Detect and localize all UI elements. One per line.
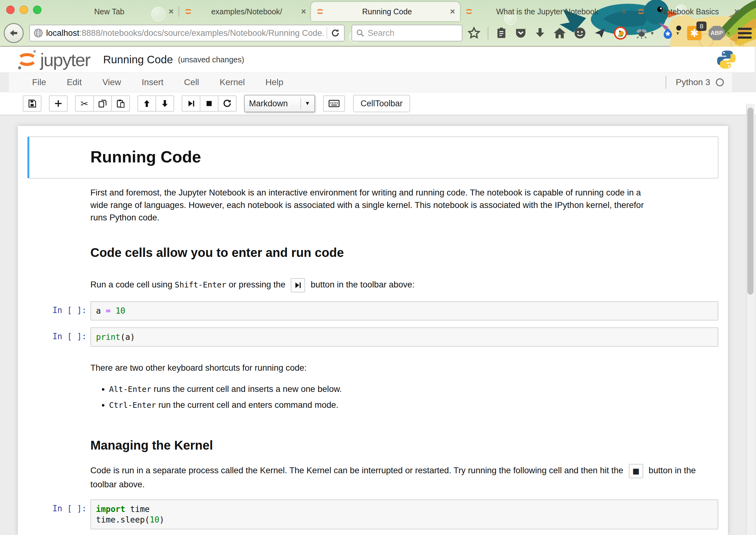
feedback-smiley-icon[interactable]: [573, 26, 586, 40]
move-cell-up-button[interactable]: [137, 96, 156, 112]
tab-new-tab[interactable]: New Tab ×: [49, 2, 178, 21]
menu-help[interactable]: Help: [255, 77, 294, 87]
menu-insert[interactable]: Insert: [131, 77, 174, 87]
menu-kernel[interactable]: Kernel: [209, 77, 255, 87]
send-page-icon[interactable]: [594, 26, 606, 40]
keyboard-icon: [329, 99, 340, 108]
kbd-ctrl-enter: Ctrl-Enter: [109, 401, 156, 410]
tab-title: Notebook Basics: [649, 7, 730, 16]
bookmark-star-icon[interactable]: [468, 26, 480, 40]
chevron-down-icon[interactable]: ▼: [650, 31, 654, 36]
tab-close-icon[interactable]: ×: [450, 7, 455, 16]
kernel-idle-icon: [715, 78, 724, 87]
code-input-print-a[interactable]: print(a): [90, 327, 718, 347]
code-input-import-time[interactable]: import time time.sleep(10): [90, 499, 718, 529]
page-scrollbar-thumb[interactable]: [747, 108, 753, 295]
tab-title: New Tab: [54, 7, 164, 16]
cell-toolbar-button[interactable]: CellToolbar: [353, 95, 410, 112]
stop-icon: [205, 99, 213, 108]
interrupt-kernel-button[interactable]: [200, 96, 218, 112]
tab-what-is-jupyter[interactable]: What is the Jupyter Notebook ×: [460, 2, 631, 21]
chevron-down-icon[interactable]: ▼: [675, 31, 680, 36]
prompt-spacer: [27, 245, 90, 260]
tab-strip: New Tab × examples/Notebook/ × Running C…: [49, 2, 756, 21]
save-button[interactable]: [23, 96, 41, 112]
menu-cell[interactable]: Cell: [174, 77, 209, 87]
tab-close-icon[interactable]: ×: [169, 7, 174, 16]
extension-blue-icon[interactable]: ▼: [662, 26, 680, 40]
tab-close-icon[interactable]: ×: [301, 7, 306, 16]
cell-type-dropdown[interactable]: Markdown ▼: [244, 95, 315, 112]
scissors-icon: ✂: [80, 98, 88, 109]
markdown-cell[interactable]: Code cells allow you to enter and run co…: [27, 245, 718, 260]
bookmarks-menu-icon[interactable]: [496, 26, 507, 40]
downloads-icon[interactable]: [534, 26, 546, 40]
tab-title: examples/Notebook/: [197, 7, 297, 16]
jupyter-wordmark: jupyter: [40, 49, 90, 70]
new-tab-button[interactable]: +: [753, 5, 756, 18]
kernel-indicator-area: Python 3: [666, 76, 732, 89]
adblock-plus-icon[interactable]: ABP ▼: [709, 26, 731, 40]
url-host: localhost: [46, 28, 79, 38]
section-heading-kernel: Managing the Kernel: [90, 438, 716, 453]
code-input-a-equals-10[interactable]: a = 10: [90, 301, 718, 321]
markdown-cell[interactable]: There are two other keyboard shortcuts f…: [27, 362, 718, 414]
command-palette-button[interactable]: [323, 96, 345, 112]
markdown-cell[interactable]: First and foremost, the Jupyter Notebook…: [27, 186, 648, 224]
run-cell-button[interactable]: [182, 96, 201, 112]
move-cell-down-button[interactable]: [155, 96, 174, 112]
restart-icon: [223, 99, 231, 108]
markdown-cell[interactable]: Run a code cell using Shift-Enter or pre…: [27, 278, 718, 293]
tab-notebook-basics[interactable]: Notebook Basics ×: [632, 2, 744, 21]
markdown-cell[interactable]: Code is run in a separate process called…: [27, 453, 718, 491]
search-input[interactable]: [368, 28, 446, 38]
reload-icon[interactable]: [330, 28, 340, 38]
autosave-status: (unsaved changes): [178, 55, 244, 64]
chevron-down-icon[interactable]: ▼: [726, 31, 731, 36]
jupyter-favicon-icon: [184, 8, 192, 15]
restart-kernel-button[interactable]: [218, 96, 236, 112]
extension-orange-icon[interactable]: ✱ 8: [687, 26, 701, 40]
jupyter-logo-icon: [17, 49, 37, 70]
cut-cell-button[interactable]: ✂: [75, 96, 94, 112]
extension-fly-icon[interactable]: ▼: [635, 27, 654, 39]
paste-icon: [116, 99, 125, 108]
input-prompt: In [ ]:: [27, 327, 90, 347]
selected-markdown-cell[interactable]: Running Code: [27, 137, 718, 178]
tab-close-icon[interactable]: ×: [734, 7, 739, 16]
markdown-cell[interactable]: Managing the Kernel: [27, 438, 718, 453]
kbd-alt-enter: Alt-Enter: [109, 385, 151, 394]
paste-cell-button[interactable]: [111, 96, 130, 112]
menu-view[interactable]: View: [92, 77, 131, 87]
jupyter-logo[interactable]: jupyter: [17, 49, 90, 70]
back-button[interactable]: [4, 23, 24, 43]
code-cell: In [ ]: import time time.sleep(10): [27, 499, 718, 529]
python-logo-icon: [716, 49, 737, 70]
minimize-window-button[interactable]: [20, 6, 28, 14]
url-bar[interactable]: localhost :8888/notebooks/docs/source/ex…: [29, 25, 345, 42]
pocket-icon[interactable]: [515, 27, 527, 39]
section-heading-code-cells: Code cells allow you to enter and run co…: [90, 245, 716, 260]
stop-icon: ■: [632, 465, 639, 477]
close-window-button[interactable]: [6, 6, 14, 14]
notebook-menubar: File Edit View Insert Cell Kernel Help P…: [9, 72, 732, 92]
menu-file[interactable]: File: [22, 77, 56, 87]
markdown-cell[interactable]: If the Kernel dies you will be prompted …: [27, 529, 718, 535]
home-icon[interactable]: [553, 26, 566, 40]
notification-badge: 8: [696, 21, 707, 31]
prompt-spacer: [27, 186, 90, 224]
code-cell: In [ ]: print(a): [27, 327, 718, 347]
copy-cell-button[interactable]: [93, 96, 112, 112]
kernel-name: Python 3: [676, 77, 710, 87]
search-bar[interactable]: [352, 25, 462, 42]
duckduckgo-icon[interactable]: [613, 26, 628, 40]
tab-running-code-active[interactable]: Running Code ×: [311, 2, 460, 21]
run-icon: [187, 99, 195, 108]
zoom-window-button[interactable]: [33, 6, 41, 14]
tab-close-icon[interactable]: ×: [621, 7, 626, 16]
menu-edit[interactable]: Edit: [56, 77, 92, 87]
notebook-title[interactable]: Running Code: [103, 53, 173, 66]
menu-hamburger-icon[interactable]: [738, 28, 752, 39]
tab-examples-notebook[interactable]: examples/Notebook/ ×: [179, 2, 311, 21]
add-cell-button[interactable]: [49, 96, 68, 112]
